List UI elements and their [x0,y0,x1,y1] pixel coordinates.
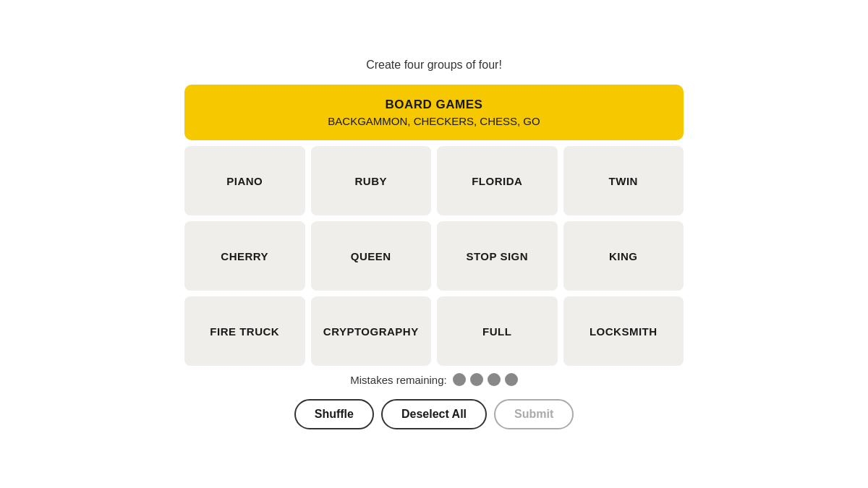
tile-label-full: FULL [475,325,519,338]
mistake-dot-4 [505,373,518,386]
tile-label-locksmith: LOCKSMITH [582,325,665,338]
mistakes-label: Mistakes remaining: [350,374,446,386]
solved-category-title: BOARD GAMES [199,98,669,112]
subtitle: Create four groups of four! [366,59,502,72]
submit-button[interactable]: Submit [494,399,574,429]
tile-locksmith[interactable]: LOCKSMITH [563,296,684,366]
tile-label-twin: TWIN [602,175,645,187]
tile-fire-truck[interactable]: FIRE TRUCK [184,296,305,366]
tile-full[interactable]: FULL [437,296,558,366]
tile-label-florida: FLORIDA [464,175,529,187]
tile-label-cherry: CHERRY [213,250,276,262]
shuffle-button[interactable]: Shuffle [294,399,374,429]
tile-king[interactable]: KING [563,221,684,291]
game-container: BOARD GAMES BACKGAMMON, CHECKERS, CHESS,… [184,85,684,366]
tile-label-stop-sign: STOP SIGN [459,250,535,262]
mistake-dot-1 [453,373,466,386]
deselect-all-button[interactable]: Deselect All [381,399,487,429]
tiles-grid: PIANORUBYFLORIDATWINCHERRYQUEENSTOP SIGN… [184,146,684,366]
tile-label-cryptography: CRYPTOGRAPHY [316,325,426,338]
mistakes-row: Mistakes remaining: [350,373,517,386]
solved-category-row: BOARD GAMES BACKGAMMON, CHECKERS, CHESS,… [184,85,684,140]
mistake-dot-3 [488,373,501,386]
tile-label-ruby: RUBY [347,175,394,187]
tile-piano[interactable]: PIANO [184,146,305,215]
tile-twin[interactable]: TWIN [563,146,684,215]
tile-label-piano: PIANO [219,175,270,187]
tile-label-queen: QUEEN [344,250,399,262]
buttons-row: Shuffle Deselect All Submit [294,399,574,429]
mistakes-dots [453,373,518,386]
mistake-dot-2 [470,373,483,386]
tile-ruby[interactable]: RUBY [311,146,432,215]
tile-cherry[interactable]: CHERRY [184,221,305,291]
tile-stop-sign[interactable]: STOP SIGN [437,221,558,291]
tile-cryptography[interactable]: CRYPTOGRAPHY [311,296,432,366]
tile-label-fire-truck: FIRE TRUCK [203,325,286,338]
tile-label-king: KING [602,250,645,262]
solved-category-items: BACKGAMMON, CHECKERS, CHESS, GO [199,115,669,127]
tile-florida[interactable]: FLORIDA [437,146,558,215]
tile-queen[interactable]: QUEEN [311,221,432,291]
